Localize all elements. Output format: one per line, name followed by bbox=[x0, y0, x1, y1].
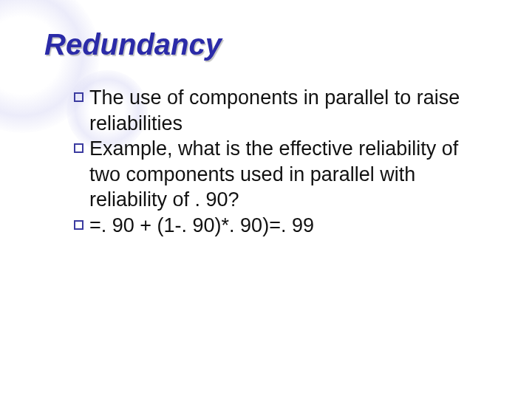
slide: Redundancy The use of components in para… bbox=[0, 0, 532, 399]
bullet-text: Example, what is the effective reliabili… bbox=[89, 136, 480, 213]
slide-title: Redundancy bbox=[44, 28, 488, 61]
slide-content: The use of components in parallel to rai… bbox=[74, 85, 480, 238]
bullet-item: =. 90 + (1-. 90)*. 90)=. 99 bbox=[74, 213, 480, 239]
bullet-text: =. 90 + (1-. 90)*. 90)=. 99 bbox=[89, 213, 480, 239]
bullet-text: The use of components in parallel to rai… bbox=[89, 85, 480, 136]
bullet-square-icon bbox=[74, 92, 83, 102]
bullet-item: The use of components in parallel to rai… bbox=[74, 85, 480, 136]
bullet-square-icon bbox=[74, 143, 83, 153]
bullet-square-icon bbox=[74, 220, 83, 230]
bullet-item: Example, what is the effective reliabili… bbox=[74, 136, 480, 213]
